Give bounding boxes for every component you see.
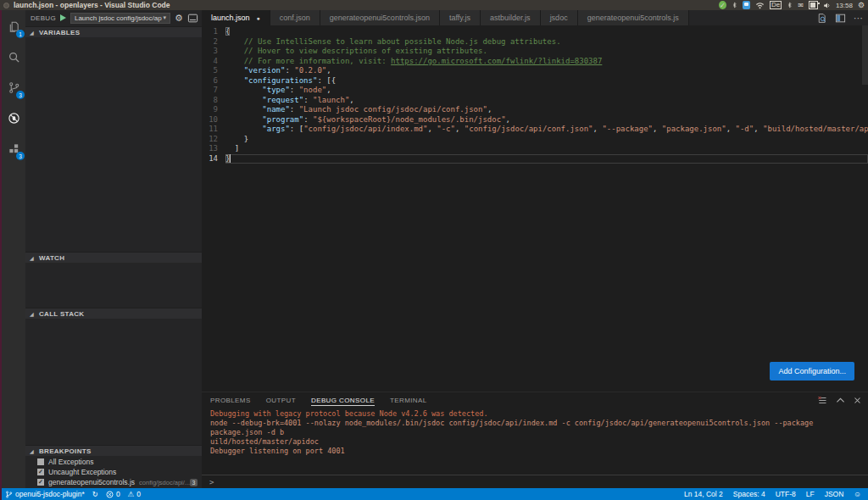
wifi-icon[interactable] [755,1,765,9]
clock[interactable]: 13:58 [836,2,853,9]
keyboard-layout-indicator[interactable]: De [770,1,782,9]
clear-console-icon[interactable] [817,396,827,405]
checkbox-checked-icon[interactable]: ✓ [37,479,44,486]
more-actions-icon[interactable]: ⋯ [854,14,863,21]
section-label: WATCH [39,254,64,262]
panel-tab-terminal[interactable]: TERMINAL [390,395,427,405]
tab-astbuilder.js[interactable]: astbuilder.js [481,10,541,25]
code-line-13[interactable]: 13 ] [202,144,868,154]
cursor-position[interactable]: Ln 14, Col 2 [684,490,723,498]
code-line-1[interactable]: 1{ [202,27,868,37]
sidebar-view-title: DEBUG [31,14,56,22]
tab-generateopenui5controls.json[interactable]: generateopenui5controls.json [320,10,440,25]
checkbox-checked-icon[interactable]: ✓ [37,469,44,475]
code-token: : [290,86,299,94]
volume-icon[interactable] [823,1,831,9]
code-token: , [487,105,492,114]
extensions-icon[interactable]: 3 [2,136,25,161]
code-line-5[interactable]: 5 "version": "0.2.0", [202,66,868,76]
section-breakpoints[interactable]: ◢ BREAKPOINTS [25,445,202,456]
messaging-icon[interactable] [743,1,750,9]
language-mode[interactable]: JSON [825,490,844,498]
editor-scrollbar[interactable] [862,25,868,85]
explorer-icon[interactable]: 1 [2,14,25,39]
debug-icon[interactable] [2,105,25,131]
indentation-setting[interactable]: Spaces: 4 [733,490,765,498]
code-line-9[interactable]: 9 "name": "Launch jsdoc config/jsdoc/api… [202,105,868,115]
line-content: "name": "Launch jsdoc config/jsdoc/api/c… [225,105,868,115]
search-icon[interactable] [2,44,25,69]
code-line-11[interactable]: 11 "args": ["config/jsdoc/api/index.md",… [202,125,868,135]
bluetooth-icon[interactable] [732,1,737,9]
session-gear-icon[interactable]: ⚙ [858,1,865,9]
code-line-12[interactable]: 12 } [202,135,868,145]
breakpoint-row[interactable]: ✓generateopenui5controls.jsconfig/jsdoc/… [25,477,202,487]
code-token: "config/jsdoc/api/conf.json" [465,125,593,133]
start-debug-button[interactable] [60,14,66,21]
line-number: 4 [202,57,225,67]
code-link[interactable]: https://go.microsoft.com/fwlink/?linkid=… [391,57,602,65]
debug-console-input[interactable]: > [202,475,868,488]
code-line-3[interactable]: 3 // Hover to view descriptions of exist… [202,47,868,57]
eol-setting[interactable]: LF [806,490,815,498]
git-branch-status[interactable]: openui5-jsdoc-plugin* [5,490,85,499]
tab-launch.json[interactable]: launch.json● [202,10,270,25]
code-token: "launch" [313,96,349,104]
error-count[interactable]: 0 [106,490,120,498]
code-token: // Hover to view descriptions of existin… [225,47,487,55]
feedback-smiley-icon[interactable]: ☺ [854,490,861,498]
open-preview-icon[interactable] [816,13,827,24]
twistie-icon: ◢ [30,448,34,454]
section-watch[interactable]: ◢ WATCH [25,252,202,263]
mail-icon[interactable]: ✉ [798,1,804,9]
code-line-8[interactable]: 8 "request": "launch", [202,96,868,106]
breakpoint-row[interactable]: All Exceptions [25,457,202,467]
code-line-7[interactable]: 7 "type": "node", [202,86,868,96]
update-ok-icon[interactable]: ✓ [719,1,726,9]
toggle-debug-console-icon[interactable] [187,14,198,23]
code-line-2[interactable]: 2 // Use IntelliSense to learn about pos… [202,37,868,47]
close-panel-icon[interactable] [854,397,861,404]
code-token: , [349,96,353,104]
twistie-icon: ◢ [30,30,34,36]
checkbox-unchecked-icon[interactable] [37,458,44,465]
encoding-setting[interactable]: UTF-8 [776,490,796,498]
launch-configuration-select[interactable]: Launch jsdoc config/jsdoc/ap ▾ [70,13,170,24]
panel-tab-problems[interactable]: PROBLEMS [210,395,251,405]
tab-jsdoc[interactable]: jsdoc [541,10,578,25]
add-configuration-button[interactable]: Add Configuration... [770,362,854,381]
line-content: "request": "launch", [225,96,868,106]
source-control-icon[interactable]: 3 [2,75,25,100]
code-token: "build/hosted/master/apidoc" [763,125,868,133]
code-token: "type" [225,86,290,94]
branch-name: openui5-jsdoc-plugin* [15,490,85,498]
code-token: , [427,125,437,133]
breakpoint-row[interactable]: ✓Uncaught Exceptions [25,467,202,477]
tab-taffy.js[interactable]: taffy.js [440,10,481,25]
panel-tab-debug-console[interactable]: DEBUG CONSOLE [311,395,375,406]
code-token: , [326,86,331,94]
battery-icon[interactable] [809,1,818,9]
tab-conf.json[interactable]: conf.json [270,10,320,25]
bluetooth-icon-2[interactable] [787,1,793,9]
panel-tab-output[interactable]: OUTPUT [266,395,296,405]
code-token: // Use IntelliSense to learn about possi… [225,37,561,46]
split-editor-icon[interactable] [835,14,846,23]
section-call-stack[interactable]: ◢ CALL STACK [25,308,202,319]
code-line-14[interactable]: 14} [202,154,868,164]
code-token: } [225,135,248,143]
debug-sidebar: DEBUG Launch jsdoc config/jsdoc/ap ▾ ⚙ ◢… [25,10,202,488]
tab-generateopenui5controls.js[interactable]: generateopenui5controls.js [578,10,689,25]
code-line-6[interactable]: 6 "configurations": [{ [202,76,868,86]
extensions-badge: 3 [16,152,25,160]
line-content: } [225,154,868,164]
code-line-4[interactable]: 4 // For more information, visit: https:… [202,57,868,67]
code-line-10[interactable]: 10 "program": "${workspaceRoot}/node_mod… [202,115,868,125]
code-token: "-c" [437,125,455,133]
code-editor[interactable]: 1{2 // Use IntelliSense to learn about p… [202,25,868,392]
warning-count[interactable]: ⚠ 0 [128,490,141,498]
configure-gear-icon[interactable]: ⚙ [175,14,183,22]
maximize-panel-icon[interactable] [836,397,845,403]
sync-icon[interactable]: ↻ [92,490,98,498]
section-variables[interactable]: ◢ VARIABLES [25,26,202,37]
